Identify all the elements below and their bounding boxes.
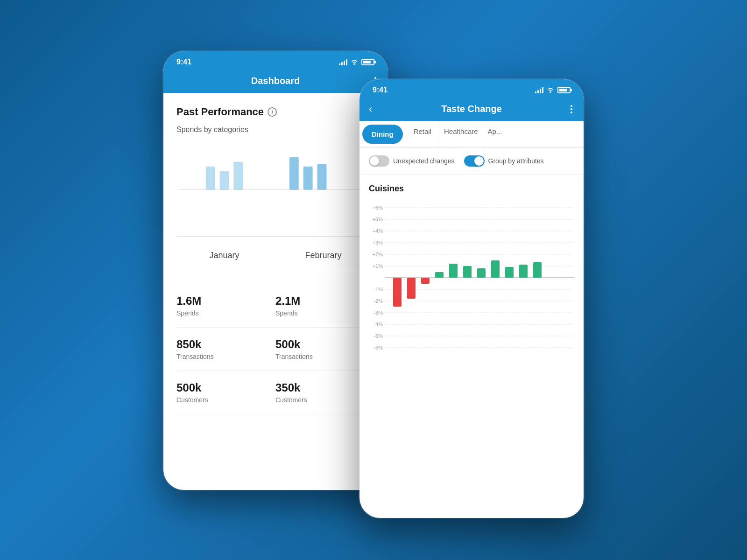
- group-by-attributes-toggle-item: Group by attributes: [464, 155, 544, 167]
- status-bar-2: 9:41: [359, 79, 584, 99]
- stats-grid: 1.6M Spends 2.1M Spends 850k Transaction…: [176, 284, 374, 414]
- group-by-attributes-label: Group by attributes: [488, 157, 544, 165]
- svg-rect-1: [206, 167, 215, 190]
- bar-5: [449, 264, 458, 278]
- category-tabs: Dining Retail Healthcare Ap...: [359, 121, 584, 148]
- transactions-jan: 850k Transactions: [176, 338, 275, 360]
- cuisines-title: Cuisines: [369, 184, 574, 194]
- chart-wrapper: +6% +5% +4% +3% +2% +1% -1: [359, 201, 584, 385]
- unexpected-changes-label: Unexpected changes: [393, 157, 455, 165]
- months-row: January Februrary: [176, 251, 374, 270]
- battery-icon-2: [557, 87, 571, 93]
- wifi-icon-2: [546, 86, 555, 94]
- bar-2: [407, 278, 416, 299]
- status-time-1: 9:41: [176, 58, 191, 66]
- svg-text:-5%: -5%: [374, 333, 383, 339]
- svg-rect-3: [233, 162, 243, 190]
- page-title-2: Taste Change: [441, 104, 502, 114]
- page-title-1: Dashboard: [251, 76, 300, 86]
- svg-rect-5: [303, 167, 313, 190]
- customers-jan-value: 500k: [176, 381, 275, 394]
- svg-text:-1%: -1%: [374, 287, 383, 292]
- spends-jan: 1.6M Spends: [176, 294, 275, 317]
- status-bar-1: 9:41: [163, 51, 388, 71]
- toggles-row: Unexpected changes Group by attributes: [359, 148, 584, 175]
- transactions-jan-value: 850k: [176, 338, 275, 351]
- spends-jan-value: 1.6M: [176, 294, 275, 308]
- bar-9: [505, 267, 514, 278]
- phone-dashboard: 9:41 Dashboard: [163, 51, 388, 490]
- tab-more[interactable]: Ap...: [483, 121, 507, 147]
- section-title-row: Past Performance i: [176, 106, 374, 118]
- svg-text:+2%: +2%: [373, 252, 383, 257]
- bar-8: [491, 260, 500, 278]
- transactions-jan-label: Transactions: [176, 353, 275, 360]
- section-heading: Past Performance: [176, 106, 264, 118]
- svg-text:-6%: -6%: [374, 345, 383, 350]
- bar-1: [393, 278, 402, 307]
- phone-taste-change: 9:41 ‹ Taste C: [359, 79, 584, 518]
- svg-text:+3%: +3%: [373, 240, 383, 245]
- customers-jan: 500k Customers: [176, 381, 275, 404]
- svg-text:-3%: -3%: [374, 310, 383, 315]
- svg-text:+1%: +1%: [373, 263, 383, 269]
- spends-label: Spends by categories: [176, 126, 374, 134]
- svg-rect-2: [220, 171, 229, 190]
- group-by-attributes-toggle[interactable]: [464, 155, 485, 167]
- customers-row: 500k Customers 350k Customers: [176, 371, 374, 414]
- phones-container: 9:41 Dashboard: [163, 51, 584, 518]
- nav-bar-2: ‹ Taste Change: [359, 99, 584, 121]
- svg-rect-4: [289, 157, 299, 190]
- tab-retail[interactable]: Retail: [406, 121, 439, 147]
- spends-jan-label: Spends: [176, 309, 275, 317]
- bar-3: [421, 278, 430, 284]
- signal-icon-2: [535, 87, 543, 93]
- spends-row: 1.6M Spends 2.1M Spends: [176, 284, 374, 328]
- bar-4: [435, 272, 444, 278]
- svg-text:-2%: -2%: [374, 298, 383, 304]
- unexpected-changes-toggle-item: Unexpected changes: [369, 155, 455, 167]
- battery-icon: [361, 59, 374, 65]
- dashboard-content: Past Performance i Spends by categories …: [163, 93, 388, 427]
- month-february: Februrary: [305, 251, 341, 260]
- tab-dining[interactable]: Dining: [362, 125, 403, 144]
- svg-text:+4%: +4%: [373, 228, 383, 234]
- more-menu-button-2[interactable]: [569, 103, 574, 115]
- bar-10: [519, 265, 528, 278]
- month-january: January: [209, 251, 239, 260]
- bar-11: [533, 262, 542, 278]
- svg-text:+5%: +5%: [373, 217, 383, 222]
- cuisines-chart: +6% +5% +4% +3% +2% +1% -1: [369, 201, 574, 378]
- tab-healthcare[interactable]: Healthcare: [439, 121, 483, 147]
- status-icons-2: [535, 86, 571, 94]
- status-time-2: 9:41: [373, 86, 388, 94]
- spends-chart: [176, 143, 374, 237]
- info-icon[interactable]: i: [268, 107, 277, 117]
- bar-7: [477, 268, 486, 278]
- svg-text:+6%: +6%: [373, 205, 383, 210]
- svg-text:-4%: -4%: [374, 322, 383, 327]
- cuisines-chart-section: Cuisines: [359, 175, 584, 194]
- bar-6: [463, 266, 472, 278]
- nav-bar-1: Dashboard: [163, 71, 388, 93]
- svg-rect-6: [317, 164, 327, 190]
- status-icons-1: [339, 58, 374, 66]
- customers-jan-label: Customers: [176, 396, 275, 404]
- back-button[interactable]: ‹: [369, 103, 372, 115]
- transactions-row: 850k Transactions 500k Transactions: [176, 328, 374, 371]
- signal-icon: [339, 59, 347, 65]
- wifi-icon: [350, 58, 359, 66]
- unexpected-changes-toggle[interactable]: [369, 155, 389, 167]
